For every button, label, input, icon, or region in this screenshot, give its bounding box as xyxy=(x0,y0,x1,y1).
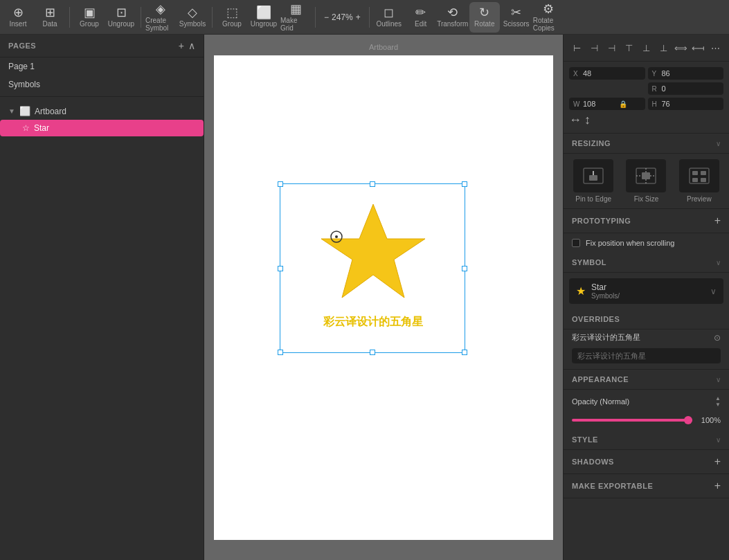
fix-position-checkbox[interactable] xyxy=(572,239,580,247)
h-label: H xyxy=(652,100,660,108)
distribute-h-button[interactable]: ⟺ xyxy=(673,39,689,57)
overrides-section-header[interactable]: Overrides xyxy=(564,309,729,329)
w-input[interactable] xyxy=(583,100,618,108)
collapse-pages-button[interactable]: ∧ xyxy=(188,40,195,51)
opacity-up-arrow[interactable]: ▲ xyxy=(715,395,721,401)
handle-bottom-left[interactable] xyxy=(278,350,283,355)
make-grid-button[interactable]: ▦ Make Grid xyxy=(280,2,311,33)
style-title: STYLE xyxy=(572,435,716,444)
insert-button[interactable]: ⊕ Insert xyxy=(3,2,33,33)
rotate-button[interactable]: ↻ Rotate xyxy=(469,2,500,33)
symbols-page-item[interactable]: Symbols xyxy=(0,75,204,93)
prototyping-add-button[interactable]: + xyxy=(714,215,721,227)
w-label: W xyxy=(573,100,582,108)
edit-button[interactable]: ✏ Edit xyxy=(406,2,436,33)
style-section-header[interactable]: STYLE ∨ xyxy=(564,430,729,450)
align-left-button[interactable]: ⊢ xyxy=(569,39,585,57)
ungroup-button[interactable]: ⊡ Ungroup xyxy=(106,2,136,33)
create-symbol-button[interactable]: ◈ Create Symbol xyxy=(145,2,176,33)
align-options-button[interactable]: ⋯ xyxy=(708,39,723,57)
opacity-arrows[interactable]: ▲ ▼ xyxy=(715,395,721,408)
star-shape[interactable] xyxy=(283,190,463,311)
lock-icon[interactable]: 🔒 xyxy=(619,100,627,108)
appearance-section-header[interactable]: APPEARANCE ∨ xyxy=(564,370,729,390)
group-icon: ▣ xyxy=(84,6,96,19)
override-sync-icon[interactable]: ⊙ xyxy=(714,333,721,343)
separator-2 xyxy=(141,7,141,28)
group2-button[interactable]: ⬚ Group xyxy=(217,2,247,33)
fix-size-card[interactable]: Fix Size xyxy=(622,159,670,203)
symbols-label: Symbols xyxy=(179,20,206,28)
align-top-button[interactable]: ⊤ xyxy=(621,39,637,57)
flip-h-button[interactable]: ↔ xyxy=(569,113,582,127)
symbol-dropdown-icon[interactable]: ∨ xyxy=(710,287,717,296)
position-size-section: X Y R W 🔒 H ↔ ↕ xyxy=(564,62,729,134)
opacity-slider-handle[interactable] xyxy=(684,416,692,424)
prototyping-content: Fix position when scrolling xyxy=(564,233,729,253)
handle-top-left[interactable] xyxy=(278,181,283,187)
prototyping-section-header[interactable]: PROTOTYPING + xyxy=(564,209,729,233)
data-icon: ⊞ xyxy=(45,6,55,19)
align-bottom-button[interactable]: ⊥ xyxy=(656,39,672,57)
handle-mid-left[interactable] xyxy=(278,266,283,271)
artboard-icon: ⬜ xyxy=(19,106,30,116)
x-input[interactable] xyxy=(583,69,618,78)
symbol-title: SYMBOL xyxy=(572,258,716,267)
r-input[interactable] xyxy=(662,84,696,93)
right-panel: ⊢ ⊣ ⊣ ⊤ ⊥ ⊥ ⟺ ⟻ ⋯ X Y R W xyxy=(563,35,729,560)
pin-to-edge-card[interactable]: Pin to Edge xyxy=(569,159,618,203)
shadows-section-header[interactable]: Shadows + xyxy=(564,450,729,474)
canvas-area[interactable]: Artboard xyxy=(204,35,563,560)
distribute-v-button[interactable]: ⟻ xyxy=(690,39,706,57)
artboard-layer[interactable]: ▼ ⬜ Artboard xyxy=(0,102,204,120)
export-add-button[interactable]: + xyxy=(714,480,721,492)
w-field: W 🔒 xyxy=(569,98,645,110)
y-input[interactable] xyxy=(662,69,696,78)
override-label: 彩云译设计的五角星 xyxy=(572,332,710,343)
outlines-icon: ◻ xyxy=(384,6,394,19)
transform-button[interactable]: ⟲ Transform xyxy=(438,2,468,33)
zoom-minus[interactable]: − xyxy=(324,12,329,22)
flip-v-button[interactable]: ↕ xyxy=(584,113,591,127)
svg-rect-5 xyxy=(589,175,597,181)
data-button[interactable]: ⊞ Data xyxy=(35,2,65,33)
alignment-bar: ⊢ ⊣ ⊣ ⊤ ⊥ ⊥ ⟺ ⟻ ⋯ xyxy=(564,35,729,62)
outlines-button[interactable]: ◻ Outlines xyxy=(374,2,404,33)
export-section-header[interactable]: MAKE EXPORTABLE + xyxy=(564,474,729,498)
override-input[interactable] xyxy=(572,348,721,363)
symbol-row[interactable]: ★ Star Symbols/ ∨ xyxy=(569,278,723,304)
outlines-label: Outlines xyxy=(376,20,402,28)
make-grid-icon: ▦ xyxy=(290,3,302,15)
handle-bottom-center[interactable] xyxy=(370,350,375,355)
align-right-button[interactable]: ⊣ xyxy=(604,39,620,57)
resizing-title: RESIZING xyxy=(572,139,716,147)
rotate-copies-button[interactable]: ⚙ Rotate Copies xyxy=(533,2,564,33)
shadows-add-button[interactable]: + xyxy=(714,455,721,468)
align-center-h-button[interactable]: ⊣ xyxy=(586,39,602,57)
rotate-copies-label: Rotate Copies xyxy=(533,17,564,32)
scissors-button[interactable]: ✂ Scissors xyxy=(501,2,532,33)
symbol-section-header[interactable]: SYMBOL ∨ xyxy=(564,253,729,273)
add-page-button[interactable]: + xyxy=(179,40,184,51)
ungroup2-button[interactable]: ⬜ Ungroup xyxy=(249,2,279,33)
svg-rect-13 xyxy=(692,178,698,182)
opacity-down-arrow[interactable]: ▼ xyxy=(715,401,721,408)
symbols-button[interactable]: ◇ Symbols xyxy=(177,2,208,33)
symbol-chevron: ∨ xyxy=(716,259,721,267)
fix-position-label: Fix position when scrolling xyxy=(586,239,674,247)
star-layer[interactable]: ☆ Star xyxy=(0,120,204,136)
h-input[interactable] xyxy=(662,100,696,108)
handle-top-center[interactable] xyxy=(370,181,375,187)
zoom-value[interactable]: 247% xyxy=(332,12,353,22)
ungroup2-icon: ⬜ xyxy=(256,6,271,19)
zoom-plus[interactable]: + xyxy=(356,12,361,22)
group-button[interactable]: ▣ Group xyxy=(74,2,105,33)
handle-top-right[interactable] xyxy=(462,181,467,187)
preview-card[interactable]: Preview xyxy=(675,159,723,203)
page-1-item[interactable]: Page 1 xyxy=(0,57,204,75)
handle-bottom-right[interactable] xyxy=(462,350,467,355)
align-center-v-button[interactable]: ⊥ xyxy=(638,39,654,57)
edit-label: Edit xyxy=(415,20,426,28)
resizing-section-header[interactable]: RESIZING ∨ xyxy=(564,134,729,154)
symbol-star-icon: ★ xyxy=(576,284,586,298)
